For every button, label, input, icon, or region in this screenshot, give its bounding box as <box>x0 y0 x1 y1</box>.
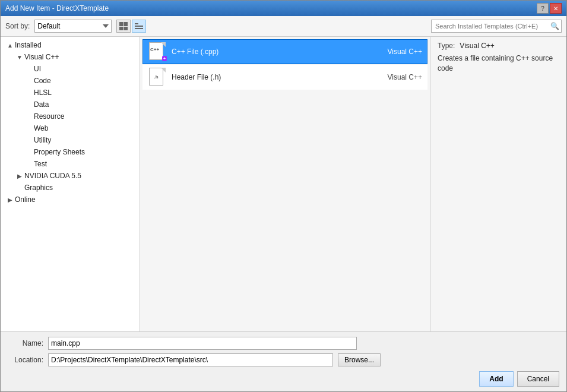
help-button[interactable]: ? <box>537 3 549 14</box>
sidebar-label-graphics: Graphics <box>24 184 53 192</box>
name-input[interactable] <box>48 337 357 350</box>
content-pane: + C++ C++ File (.cpp) Visual C++ .h <box>140 37 430 331</box>
info-description: Creates a file containing C++ source cod… <box>438 53 559 74</box>
item-cpp-file[interactable]: + C++ C++ File (.cpp) Visual C++ <box>142 39 427 64</box>
sidebar-label-test: Test <box>34 160 47 168</box>
cpp-file-category: Visual C++ <box>351 48 422 56</box>
sidebar-label-online: Online <box>15 195 36 204</box>
grid-view-button[interactable] <box>116 20 131 33</box>
list-icon <box>135 22 143 30</box>
location-label: Location: <box>8 356 43 364</box>
sidebar-item-installed[interactable]: ▲ Installed <box>1 39 140 51</box>
sidebar-label-resource: Resource <box>34 112 64 121</box>
info-type-value: Visual C++ <box>460 42 494 50</box>
header-file-category: Visual C++ <box>351 73 422 81</box>
expand-icon-online: ▶ <box>5 197 15 203</box>
info-type-row: Type: Visual C++ <box>438 42 559 50</box>
sidebar-item-graphics[interactable]: Graphics <box>1 182 140 194</box>
item-header-file[interactable]: .h Header File (.h) Visual C++ <box>142 65 427 90</box>
sort-label: Sort by: <box>5 22 30 30</box>
sidebar-item-web[interactable]: Web <box>1 122 140 134</box>
sidebar-item-nvidia-cuda[interactable]: ▶ NVIDIA CUDA 5.5 <box>1 170 140 182</box>
sidebar-item-code[interactable]: Code <box>1 75 140 87</box>
sidebar-label-installed: Installed <box>15 41 42 49</box>
sidebar: ▲ Installed ▼ Visual C++ UI Code <box>1 37 140 331</box>
location-field-row: Location: Browse... <box>8 353 559 366</box>
expand-icon-visual-cpp: ▼ <box>15 54 24 61</box>
list-view-button[interactable] <box>132 20 146 33</box>
search-icon[interactable]: 🔍 <box>548 20 561 32</box>
sidebar-item-property-sheets[interactable]: Property Sheets <box>1 146 140 158</box>
sidebar-label-ui: UI <box>34 65 41 73</box>
bottom-bar: Name: Location: Browse... Add Cancel <box>1 331 566 391</box>
header-file-icon: .h <box>148 68 167 87</box>
main-window: Add New Item - DirectXTemplate ? ✕ Sort … <box>0 0 567 392</box>
item-list: + C++ C++ File (.cpp) Visual C++ .h <box>142 39 427 90</box>
sidebar-label-property-sheets: Property Sheets <box>34 148 85 156</box>
main-content: Sort by: Default Name Type <box>1 16 566 391</box>
grid-icon <box>119 22 128 30</box>
name-field-row: Name: <box>8 337 559 350</box>
sidebar-label-utility: Utility <box>34 136 51 144</box>
sidebar-item-ui[interactable]: UI <box>1 63 140 75</box>
sidebar-label-code: Code <box>34 77 51 85</box>
info-type-label: Type: <box>438 42 455 50</box>
sidebar-item-hlsl[interactable]: HLSL <box>1 87 140 99</box>
sort-select[interactable]: Default Name Type <box>34 20 112 33</box>
expand-icon-installed: ▲ <box>5 42 15 49</box>
browse-button[interactable]: Browse... <box>338 353 381 366</box>
info-pane: Type: Visual C++ Creates a file containi… <box>430 37 566 331</box>
body-area: ▲ Installed ▼ Visual C++ UI Code <box>1 37 566 331</box>
expand-icon-cuda: ▶ <box>15 173 24 179</box>
view-icons <box>116 20 146 33</box>
sidebar-item-test[interactable]: Test <box>1 158 140 170</box>
sidebar-item-online[interactable]: ▶ Online <box>1 194 140 206</box>
cpp-file-icon: + C++ <box>148 42 167 61</box>
name-label: Name: <box>8 339 43 347</box>
sidebar-label-data: Data <box>34 100 49 109</box>
sidebar-label-web: Web <box>34 124 48 132</box>
cpp-file-name: C++ File (.cpp) <box>172 48 351 56</box>
action-buttons: Add Cancel <box>8 371 559 387</box>
titlebar-controls: ? ✕ <box>537 3 562 14</box>
titlebar: Add New Item - DirectXTemplate ? ✕ <box>1 1 566 16</box>
sidebar-item-visual-cpp[interactable]: ▼ Visual C++ <box>1 51 140 63</box>
close-button[interactable]: ✕ <box>550 3 562 14</box>
cancel-button[interactable]: Cancel <box>517 371 559 387</box>
window-title: Add New Item - DirectXTemplate <box>5 4 109 12</box>
search-input[interactable] <box>432 23 548 30</box>
search-box: 🔍 <box>431 20 562 33</box>
sidebar-item-resource[interactable]: Resource <box>1 110 140 122</box>
location-input[interactable] <box>48 353 333 366</box>
sidebar-label-nvidia-cuda: NVIDIA CUDA 5.5 <box>24 172 81 180</box>
sidebar-item-data[interactable]: Data <box>1 99 140 110</box>
add-button[interactable]: Add <box>479 371 513 387</box>
toolbar: Sort by: Default Name Type <box>1 16 566 37</box>
sidebar-label-hlsl: HLSL <box>34 88 52 97</box>
header-file-name: Header File (.h) <box>172 73 351 81</box>
sidebar-label-visual-cpp: Visual C++ <box>24 53 59 61</box>
sidebar-item-utility[interactable]: Utility <box>1 134 140 146</box>
